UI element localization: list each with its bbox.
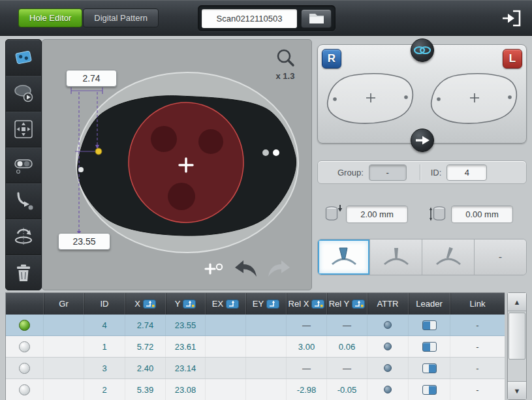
swap-lr-icon — [414, 134, 431, 146]
row-select-radio[interactable] — [19, 384, 30, 395]
table-row[interactable]: 2 5.39 23.08 -2.98 -0.05 - — [6, 379, 505, 400]
scroll-thumb[interactable] — [509, 313, 525, 360]
scan-name-field[interactable]: Scan0212110503 — [202, 9, 297, 28]
hole-marker[interactable] — [262, 149, 269, 156]
tab-hole-editor[interactable]: Hole Editor — [18, 8, 82, 27]
scroll-track[interactable] — [508, 311, 526, 381]
tool-hole-toggle-button[interactable] — [6, 147, 41, 183]
leader-icon[interactable] — [422, 363, 437, 373]
link-lenses-button[interactable] — [411, 38, 434, 62]
mode-tabs: Hole Editor Digital Pattern — [18, 8, 159, 27]
tab-digital-pattern[interactable]: Digital Pattern — [83, 8, 159, 27]
leader-icon[interactable] — [422, 385, 437, 395]
hole-type-none-button[interactable]: - — [475, 239, 526, 275]
hole-diameter-field[interactable]: 2.00 mm — [346, 206, 408, 223]
open-file-button[interactable] — [301, 9, 332, 28]
cell-x: 5.72 — [125, 336, 165, 357]
lens-play-icon — [12, 82, 35, 105]
id-field[interactable]: 4 — [446, 164, 487, 181]
cell-ex — [205, 379, 245, 400]
attr-dot[interactable] — [384, 321, 392, 329]
group-label: Group: — [337, 168, 364, 177]
attr-dot[interactable] — [384, 343, 392, 350]
col-ey: EY — [245, 293, 286, 315]
folder-icon — [308, 12, 325, 25]
scroll-up-button[interactable]: ▲ — [508, 293, 526, 311]
hole-type-counterbore-button[interactable] — [318, 239, 370, 275]
cell-id: 1 — [84, 336, 125, 357]
magnifier-icon[interactable] — [275, 48, 295, 67]
row-select-radio[interactable] — [19, 341, 30, 352]
cell-link: - — [450, 379, 505, 400]
cylinder-diameter-icon — [324, 204, 342, 224]
col-leader: Leader — [408, 293, 450, 315]
hole-type-angled-button[interactable] — [422, 239, 475, 275]
cell-gr — [43, 315, 84, 335]
right-lens-badge[interactable]: R — [322, 49, 341, 69]
cell-relx: 3.00 — [286, 336, 326, 357]
col-select — [6, 293, 43, 315]
hole-table: Gr ID X Y EX EY Rel X Rel Y ATTR Leader … — [5, 292, 505, 400]
cell-x: 5.39 — [125, 379, 165, 400]
hole-type-none-label: - — [499, 251, 502, 263]
lens-pair-panel: R L — [317, 44, 527, 144]
col-relx: Rel X — [286, 293, 326, 315]
divider — [420, 164, 420, 180]
lens-canvas[interactable]: 2.74 23.55 x 1.3 — [42, 39, 312, 290]
col-x: X — [125, 293, 165, 315]
toggle-icon — [12, 153, 35, 177]
attr-dot[interactable] — [384, 364, 392, 372]
exit-button[interactable] — [498, 7, 525, 30]
leader-icon[interactable] — [422, 342, 437, 352]
add-hole-button[interactable] — [204, 262, 224, 276]
link-chain-icon — [413, 44, 431, 56]
hole-type-angled-icon — [434, 246, 463, 268]
swap-lenses-button[interactable] — [411, 129, 434, 152]
row-select-radio[interactable] — [19, 363, 30, 374]
left-lens-badge[interactable]: L — [503, 49, 522, 69]
cell-relx: — — [286, 358, 326, 378]
col-ex: EX — [205, 293, 245, 315]
tool-apply-hole-button[interactable] — [6, 183, 41, 219]
hole-marker[interactable] — [78, 167, 84, 172]
tool-lens-view-button[interactable] — [6, 76, 41, 112]
table-header: Gr ID X Y EX EY Rel X Rel Y ATTR Leader … — [6, 293, 505, 315]
scroll-down-button[interactable]: ▼ — [508, 381, 526, 399]
selected-hole-marker[interactable] — [95, 148, 102, 155]
table-scrollbar: ▲ ▼ — [507, 292, 527, 400]
left-lens-outline[interactable] — [427, 69, 522, 131]
tool-hole-edit-button[interactable] — [6, 40, 41, 76]
hole-type-straight-icon — [382, 246, 411, 268]
axis-icon — [143, 300, 156, 309]
col-attr: ATTR — [367, 293, 408, 315]
row-select-radio[interactable] — [19, 320, 30, 331]
cell-ey — [245, 315, 286, 335]
hole-type-selector: - — [317, 239, 527, 275]
leader-icon[interactable] — [422, 320, 437, 330]
hole-depth-field[interactable]: 0.00 mm — [451, 206, 513, 223]
cell-id: 3 — [84, 358, 125, 378]
table-row[interactable]: 4 2.74 23.55 — — - — [6, 315, 505, 336]
left-toolbar — [5, 39, 42, 290]
undo-icon — [233, 259, 258, 279]
axis-icon — [311, 300, 324, 309]
cell-rely: -0.05 — [326, 379, 367, 400]
right-lens-outline[interactable] — [323, 69, 418, 131]
tool-move-button[interactable] — [6, 112, 41, 147]
cell-rely: — — [326, 315, 367, 335]
zoom-level: x 1.3 — [266, 71, 305, 81]
tool-lens-flip-button[interactable] — [6, 219, 41, 255]
cell-x: 2.74 — [125, 315, 165, 335]
undo-button[interactable] — [233, 259, 258, 279]
hole-type-straight-button[interactable] — [370, 239, 422, 275]
group-field[interactable]: - — [369, 164, 407, 181]
add-hole-icon — [204, 262, 224, 276]
attr-dot[interactable] — [384, 386, 392, 393]
tool-delete-button[interactable] — [6, 255, 41, 290]
cell-gr — [43, 336, 84, 357]
topbar: Hole Editor Digital Pattern Scan02121105… — [0, 0, 532, 36]
hole-marker[interactable] — [273, 149, 279, 156]
redo-button[interactable] — [267, 259, 292, 279]
table-row[interactable]: 3 2.40 23.14 — — - — [6, 358, 505, 379]
table-row[interactable]: 1 5.72 23.61 3.00 0.06 - — [6, 336, 505, 358]
